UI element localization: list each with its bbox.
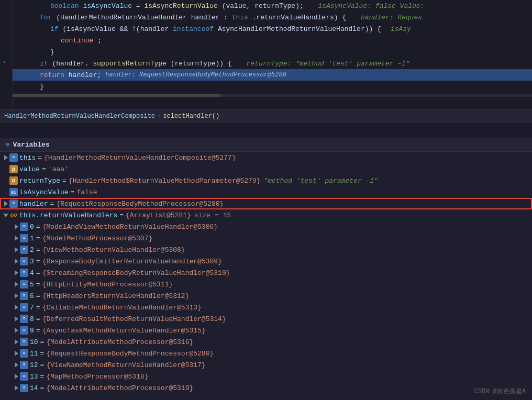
expand-btn-item4[interactable] [13,269,20,276]
var-row-item8[interactable]: ≡8 = {DeferredResultMethodReturnValueHan… [0,313,532,325]
var-row-item3[interactable]: ≡3 = {ResponseBodyEmitterReturnValueHand… [0,255,532,267]
variables-list: ≡this = {HandlerMethodReturnValueHandler… [0,152,532,394]
var-icon-item9: ≡ [20,326,28,335]
var-value-handler: {RequestResponseBodyMethodProcessor@5280… [56,200,224,208]
var-icon-item8: ≡ [20,315,28,323]
var-icon-item3: ≡ [20,257,28,265]
var-icon-item2: ≡ [20,246,28,254]
expand-btn-item11[interactable] [13,350,20,357]
variables-icon: ≡ [5,141,9,149]
var-row-item1[interactable]: ≡1 = {ModelMethodProcessor@5307} [0,232,532,244]
var-row-this[interactable]: ≡this = {HandlerMethodReturnValueHandler… [0,152,532,163]
var-row-item11[interactable]: ≡11 = {RequestResponseBodyMethodProcesso… [0,348,532,359]
code-line-2: for (HandlerMethodReturnValueHandler han… [13,12,532,23]
var-eq-returnType: = [62,177,66,185]
var-eq-item1: = [36,235,40,242]
var-name-returnType: returnType [19,177,60,185]
var-name-item10: 10 [30,338,38,346]
expand-btn-item6[interactable] [13,292,20,299]
expand-btn-item5[interactable] [13,281,20,288]
var-row-item13[interactable]: ≡13 = {MapMethodProcessor@5318} [0,371,532,382]
var-row-item7[interactable]: ≡7 = {CallableMethodReturnValueHandler@5… [0,302,532,313]
expand-btn-item7[interactable] [13,304,20,311]
var-icon-item10: ≡ [20,338,28,346]
var-row-item4[interactable]: ≡4 = {StreamingResponseBodyReturnValueHa… [0,267,532,279]
h-scrollbar[interactable] [13,94,532,97]
var-value-item10: {ModelAttributeMethodProcessor@5316} [46,338,193,346]
var-eq-item6: = [36,292,40,300]
var-name-item3: 3 [30,258,34,265]
var-eq-item14: = [40,384,45,392]
var-eq-item5: = [36,281,40,288]
var-eq-item9: = [36,327,40,335]
code-line-5: } [13,46,532,58]
var-icon-item6: ≡ [20,292,28,300]
var-value-item8: {DeferredResultMethodReturnValueHandler@… [42,315,226,323]
editor-gap [0,123,532,138]
var-name-item14: 14 [30,384,38,392]
var-eq-item10: = [40,338,45,346]
var-comment-returnType: "method 'test' parameter -1" [264,177,378,185]
var-eq-item12: = [40,361,45,369]
var-eq-isAsyncValue: = [71,188,75,196]
code-line-4: continue ; [13,35,532,46]
expand-btn-handler[interactable] [2,200,9,207]
var-row-item10[interactable]: ≡10 = {ModelAttributeMethodProcessor@531… [0,336,532,348]
var-row-this_returnValueHandlers[interactable]: oothis.returnValueHandlers = {ArrayList@… [0,209,532,221]
watermark: CSDN @灰色孤星A [474,387,526,396]
var-name-item6: 6 [30,292,34,300]
breadcrumb-class[interactable]: HandlerMethodReturnValueHandlerComposite [4,113,155,120]
watermark-text: CSDN @灰色孤星A [474,388,526,395]
var-row-item6[interactable]: ≡6 = {HttpHeadersReturnValueHandler@5312… [0,290,532,302]
var-row-item9[interactable]: ≡9 = {AsyncTaskMethodReturnValueHandler@… [0,325,532,336]
var-icon-item7: ≡ [20,303,28,312]
code-line-3: if (isAsyncValue && !(handler instanceof… [13,23,532,35]
expand-btn-item12[interactable] [13,361,20,369]
var-value-item6: {HttpHeadersReturnValueHandler@5312} [42,292,190,300]
var-value-item13: {MapMethodProcessor@5318} [46,373,148,381]
var-size-this_returnValueHandlers: size = 15 [194,212,231,219]
var-value-item12: {ViewNameMethodReturnValueHandler@5317} [46,361,205,369]
var-eq-item0: = [36,223,40,231]
variables-panel: ≡ Variables ≡this = {HandlerMethodReturn… [0,138,532,394]
expand-btn-this[interactable] [2,154,9,161]
var-name-item5: 5 [30,281,34,288]
var-icon-this_returnValueHandlers: oo [9,211,18,219]
var-eq-this_returnValueHandlers: = [119,212,124,219]
var-icon-item14: ≡ [20,384,28,392]
var-name-item4: 4 [30,269,34,277]
var-name-this: this [19,154,36,162]
var-row-item0[interactable]: ≡0 = {ModelAndViewMethodReturnValueHandl… [0,221,532,232]
expand-btn-item10[interactable] [13,338,20,346]
var-row-returnType[interactable]: preturnType = {HandlerMethod$ReturnValue… [0,175,532,186]
breadcrumb-method[interactable]: selectHandler() [163,113,219,120]
var-icon-item5: ≡ [20,280,28,288]
expand-btn-item8[interactable] [13,315,20,323]
expand-btn-item2[interactable] [13,246,20,253]
var-eq-item4: = [36,269,40,277]
expand-btn-isAsyncValue [2,188,9,196]
expand-btn-value [2,165,9,173]
var-icon-item4: ≡ [20,269,28,277]
var-row-isAsyncValue[interactable]: 01isAsyncValue = false [0,186,532,198]
var-row-item14[interactable]: ≡14 = {ModelAttributeMethodProcessor@531… [0,382,532,394]
expand-btn-this_returnValueHandlers[interactable] [2,212,9,219]
expand-btn-item1[interactable] [13,235,20,242]
expand-btn-item0[interactable] [13,223,20,230]
var-row-handler[interactable]: ≡handler = {RequestResponseBodyMethodPro… [0,198,532,209]
expand-btn-item13[interactable] [13,373,20,380]
var-name-item9: 9 [30,327,34,335]
expand-btn-item9[interactable] [13,327,20,334]
panel-header: ≡ Variables [0,138,532,152]
var-eq-value: = [42,165,46,173]
expand-btn-item3[interactable] [13,258,20,265]
var-icon-item1: ≡ [20,234,28,242]
var-name-item0: 0 [30,223,34,231]
var-name-item8: 8 [30,315,34,323]
var-row-item12[interactable]: ≡12 = {ViewNameMethodReturnValueHandler@… [0,359,532,371]
var-row-item5[interactable]: ≡5 = {HttpEntityMethodProcessor@5311} [0,279,532,290]
var-row-value[interactable]: pvalue = 'aaa' [0,163,532,175]
var-eq-item7: = [36,304,40,312]
expand-btn-item14[interactable] [13,384,20,392]
var-row-item2[interactable]: ≡2 = {ViewMethodReturnValueHandler@5308} [0,244,532,255]
